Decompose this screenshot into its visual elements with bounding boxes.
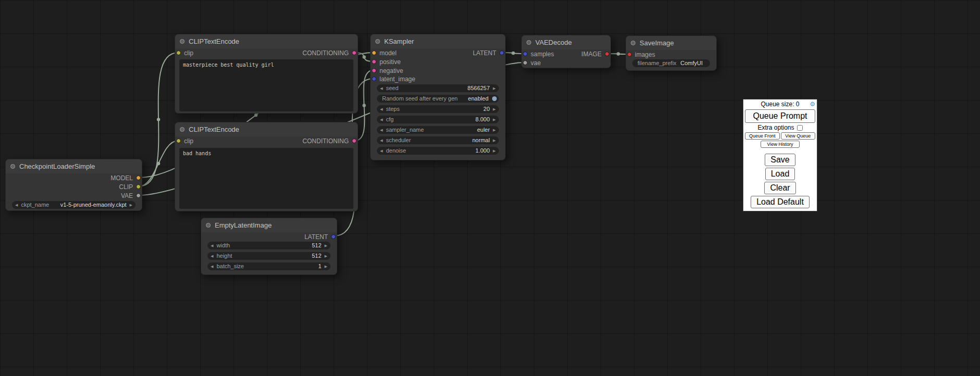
- node-checkpoint-loader-simple[interactable]: CheckpointLoaderSimple MODEL CLIP VAE ◀ …: [5, 159, 142, 211]
- sampler-name-combo-widget[interactable]: ◀ sampler_name euler ▶: [377, 126, 499, 134]
- clip-slot-dot[interactable]: [176, 139, 181, 143]
- decrement-arrow-icon[interactable]: ◀: [377, 136, 386, 144]
- filename-prefix-text-widget[interactable]: filename_prefix ComfyUI: [632, 59, 710, 67]
- load-button[interactable]: Load: [765, 168, 795, 180]
- batch-size-number-widget[interactable]: ◀ batch_size 1 ▶: [207, 262, 330, 270]
- node-collapse-dot-icon[interactable]: [206, 223, 211, 228]
- decrement-arrow-icon[interactable]: ◀: [207, 262, 216, 270]
- decrement-arrow-icon[interactable]: ◀: [207, 242, 216, 249]
- queue-prompt-button[interactable]: Queue Prompt: [745, 109, 815, 123]
- slot-row: samples IMAGE: [522, 50, 610, 58]
- node-title: CLIPTextEncode: [189, 37, 239, 45]
- model-slot-dot[interactable]: [136, 176, 141, 180]
- node-ksampler[interactable]: KSampler model LATENT positive negative …: [370, 34, 506, 160]
- latent-slot-dot[interactable]: [499, 51, 504, 55]
- decrement-arrow-icon[interactable]: ◀: [377, 105, 386, 113]
- toggle-on-dot-icon[interactable]: [492, 96, 497, 101]
- latent-slot-dot[interactable]: [523, 52, 528, 56]
- denoise-number-widget[interactable]: ◀ denoise 1.000 ▶: [377, 147, 499, 155]
- width-number-widget[interactable]: ◀ width 512 ▶: [207, 242, 330, 249]
- decrement-arrow-icon[interactable]: ◀: [377, 147, 386, 155]
- output-slot-model: MODEL: [6, 174, 142, 182]
- slot-label: clip: [184, 49, 193, 57]
- load-default-button[interactable]: Load Default: [751, 196, 810, 208]
- widget-value: 20: [483, 105, 489, 113]
- widget-label: Random seed after every gen: [377, 95, 458, 103]
- node-collapse-dot-icon[interactable]: [375, 39, 380, 44]
- node-collapse-dot-icon[interactable]: [180, 39, 185, 44]
- vae-slot-dot[interactable]: [136, 193, 141, 198]
- latent-slot-dot[interactable]: [331, 234, 336, 239]
- decrement-arrow-icon[interactable]: ◀: [377, 116, 386, 123]
- ckpt-name-combo-widget[interactable]: ◀ ckpt_name v1-5-pruned-emaonly.ckpt ▶: [12, 201, 136, 209]
- slot-label: clip: [184, 137, 193, 145]
- node-header[interactable]: EmptyLatentImage: [201, 218, 337, 232]
- slot-row: clip CONDITIONING: [175, 137, 358, 145]
- node-empty-latent-image[interactable]: EmptyLatentImage LATENT ◀ width 512 ▶ ◀ …: [201, 218, 337, 275]
- link-midpoint-dot: [511, 52, 514, 55]
- decrement-arrow-icon[interactable]: ◀: [207, 252, 216, 260]
- increment-arrow-icon[interactable]: ▶: [127, 201, 136, 209]
- widget-value: normal: [472, 136, 490, 144]
- node-header[interactable]: CLIPTextEncode: [175, 34, 358, 48]
- view-history-button[interactable]: View History: [761, 141, 800, 148]
- save-button[interactable]: Save: [765, 154, 795, 166]
- node-title: SaveImage: [640, 39, 674, 47]
- prompt-text-area[interactable]: bad hands: [179, 148, 353, 209]
- increment-arrow-icon[interactable]: ▶: [490, 116, 499, 123]
- decrement-arrow-icon[interactable]: ◀: [377, 84, 386, 92]
- extra-options-checkbox[interactable]: [797, 125, 803, 131]
- settings-gear-icon[interactable]: ⚙: [810, 101, 815, 107]
- increment-arrow-icon[interactable]: ▶: [490, 147, 499, 155]
- clip-slot-dot[interactable]: [176, 51, 181, 55]
- increment-arrow-icon[interactable]: ▶: [490, 105, 499, 113]
- node-collapse-dot-icon[interactable]: [10, 164, 15, 169]
- view-queue-button[interactable]: View Queue: [781, 132, 816, 140]
- slot-label: MODEL: [111, 174, 133, 182]
- increment-arrow-icon[interactable]: ▶: [322, 252, 330, 260]
- scheduler-combo-widget[interactable]: ◀ scheduler normal ▶: [377, 136, 499, 144]
- clear-button[interactable]: Clear: [764, 182, 795, 194]
- node-vae-decode[interactable]: VAEDecode samples IMAGE vae: [521, 35, 611, 68]
- node-header[interactable]: SaveImage: [626, 36, 716, 50]
- cfg-number-widget[interactable]: ◀ cfg 8.000 ▶: [377, 116, 499, 123]
- conditioning-slot-dot[interactable]: [372, 68, 376, 73]
- queue-front-button[interactable]: Queue Front: [745, 132, 780, 140]
- node-header[interactable]: CheckpointLoaderSimple: [6, 159, 142, 173]
- latent-slot-dot[interactable]: [372, 77, 376, 81]
- decrement-arrow-icon[interactable]: ◀: [377, 126, 386, 134]
- increment-arrow-icon[interactable]: ▶: [490, 136, 499, 144]
- random-seed-toggle-widget[interactable]: Random seed after every gen enabled: [377, 95, 499, 103]
- increment-arrow-icon[interactable]: ▶: [490, 126, 499, 134]
- prompt-text-area[interactable]: masterpiece best quality girl: [179, 59, 353, 111]
- clip-slot-dot[interactable]: [136, 184, 141, 189]
- vae-slot-dot[interactable]: [523, 60, 528, 65]
- image-slot-dot[interactable]: [605, 52, 609, 56]
- node-header[interactable]: VAEDecode: [522, 35, 610, 49]
- node-header[interactable]: KSampler: [371, 34, 505, 48]
- slot-label: positive: [379, 58, 401, 66]
- node-collapse-dot-icon[interactable]: [631, 41, 635, 45]
- conditioning-slot-dot[interactable]: [372, 59, 376, 64]
- widget-label: cfg: [386, 116, 394, 123]
- increment-arrow-icon[interactable]: ▶: [490, 84, 499, 92]
- node-header[interactable]: CLIPTextEncode: [175, 122, 358, 136]
- node-collapse-dot-icon[interactable]: [180, 127, 185, 132]
- model-slot-dot[interactable]: [372, 51, 376, 55]
- height-number-widget[interactable]: ◀ height 512 ▶: [207, 252, 330, 260]
- image-slot-dot[interactable]: [627, 52, 632, 57]
- node-clip-text-encode-positive[interactable]: CLIPTextEncode clip CONDITIONING masterp…: [175, 34, 358, 114]
- graph-canvas[interactable]: { "canvas": { "link_color": "#9AAB99" },…: [0, 0, 980, 376]
- increment-arrow-icon[interactable]: ▶: [322, 242, 330, 249]
- node-save-image[interactable]: SaveImage images filename_prefix ComfyUI: [626, 35, 717, 71]
- conditioning-slot-dot[interactable]: [352, 51, 357, 55]
- increment-arrow-icon[interactable]: ▶: [322, 262, 330, 270]
- node-collapse-dot-icon[interactable]: [526, 40, 531, 45]
- seed-number-widget[interactable]: ◀ seed 8566257 ▶: [377, 84, 499, 92]
- steps-number-widget[interactable]: ◀ steps 20 ▶: [377, 105, 499, 113]
- conditioning-slot-dot[interactable]: [352, 139, 357, 143]
- slot-label: LATENT: [304, 233, 328, 241]
- decrement-arrow-icon[interactable]: ◀: [12, 201, 21, 209]
- node-clip-text-encode-negative[interactable]: CLIPTextEncode clip CONDITIONING bad han…: [175, 122, 358, 211]
- link-midpoint-dot: [362, 55, 365, 58]
